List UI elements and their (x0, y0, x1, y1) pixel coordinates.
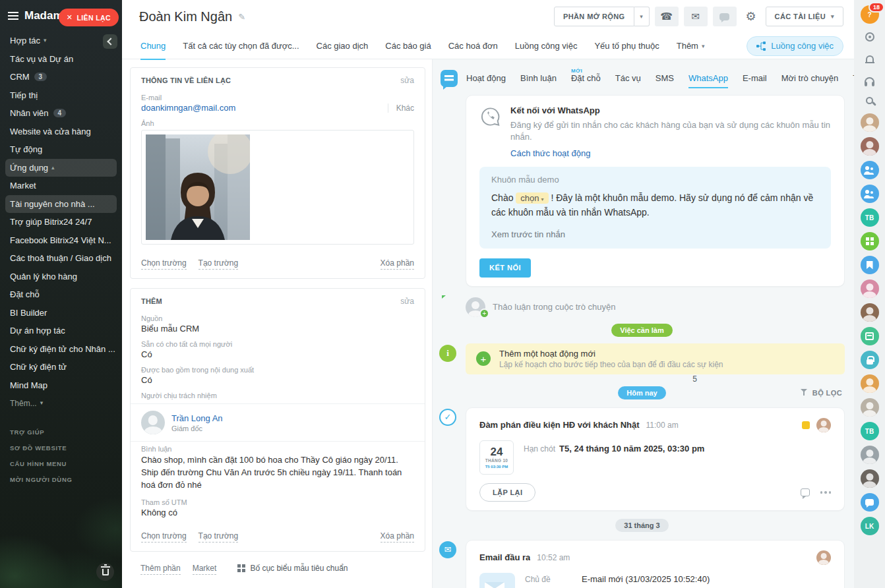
sidebar-item[interactable]: Chữ ký điện tử cho Nhân ... (5, 340, 117, 359)
sidebar-item[interactable]: Dự án hợp tác (5, 322, 117, 340)
timeline-tab[interactable]: Bình luận (520, 73, 557, 90)
comment-icon[interactable] (801, 488, 810, 496)
sidebar-item[interactable]: Tài nguyên cho nhà ... (5, 195, 117, 214)
deadline-calendar[interactable]: 24 THÁNG 10 T5 03:30 PM (479, 440, 514, 475)
updates-icon[interactable] (861, 29, 879, 45)
timeline-tab[interactable]: WhatsApp (688, 73, 728, 90)
delete-section-link[interactable]: Xóa phần (381, 530, 414, 543)
create-field-link[interactable]: Tạo trường (198, 530, 239, 543)
sidebar-footer-item[interactable]: SƠ ĐỒ WEBSITE (0, 440, 122, 456)
settings-button[interactable]: ⚙ (742, 7, 760, 26)
menu-icon[interactable] (8, 12, 18, 20)
sidebar-item[interactable]: Hợp tác (5, 32, 117, 50)
email-type-selector[interactable]: Khác (388, 103, 414, 113)
sidebar-item[interactable]: Market (5, 177, 117, 195)
documents-button[interactable]: CÁC TÀI LIỆU ▾ (766, 7, 843, 26)
market-link[interactable]: Market (193, 562, 217, 575)
sidebar-item[interactable]: Facebook Bitrix24 Việt N... (5, 231, 117, 250)
current-user-initials[interactable]: LK (861, 517, 879, 535)
sidebar-footer-item[interactable]: CẤU HÌNH MENU (0, 456, 122, 472)
chat-initials[interactable]: TB (861, 422, 879, 440)
sidebar-footer-item[interactable]: TRỢ GIÚP (0, 425, 122, 440)
record-tab[interactable]: Yếu tố phụ thuộc (594, 33, 659, 59)
connect-button[interactable]: KẾT NỐI (479, 258, 531, 278)
repeat-button[interactable]: LẶP LẠI (479, 483, 535, 502)
sidebar-item[interactable]: BI Builder (5, 304, 117, 322)
recycle-bin-button[interactable] (96, 563, 114, 581)
responsible-user-link[interactable]: Trần Long An (171, 413, 223, 423)
phone-button[interactable]: ☎ (655, 7, 679, 26)
timeline-tab[interactable]: E-mail (743, 73, 767, 90)
sidebar-item[interactable]: CRM 3 (5, 68, 117, 86)
chat-icon[interactable] (861, 493, 879, 512)
user-avatar[interactable] (861, 398, 879, 417)
sidebar-item[interactable]: Đặt chỗ (5, 285, 117, 304)
record-tab[interactable]: Chung (140, 33, 166, 59)
timeline-tab[interactable]: MỚI Đặt chỗ (571, 73, 601, 90)
record-tab[interactable]: Các giao dịch (317, 33, 369, 59)
apps-icon[interactable] (861, 232, 879, 250)
discussion-placeholder[interactable]: Thảo luận trong cuộc trò chuyện (493, 302, 615, 312)
avatar[interactable]: + (466, 297, 485, 317)
add-activity-banner[interactable]: + Thêm một hoạt động mới Lập kế hoạch ch… (466, 343, 845, 374)
email-subject-link[interactable]: E-mail mới (31/03/2025 10:52:40) (582, 574, 710, 584)
support-headset-icon[interactable] (861, 71, 879, 87)
avatar[interactable] (816, 418, 831, 432)
user-avatar[interactable] (861, 279, 879, 298)
lock-icon[interactable] (861, 351, 879, 369)
sidebar-item[interactable]: Chữ ký điện tử (5, 358, 117, 376)
today-badge[interactable]: Hôm nay (618, 386, 665, 399)
sidebar-footer-item[interactable]: MỜI NGƯỜI DÙNG (0, 472, 122, 488)
activity-title[interactable]: Đàm phán điều kiện HĐ với khách Nhật (479, 420, 640, 430)
sidebar-item[interactable]: Ứng dụng (5, 159, 117, 177)
email-card-title[interactable]: Email đầu ra (479, 552, 530, 562)
date-separator[interactable]: 31 tháng 3 (615, 519, 668, 532)
chat-button[interactable] (713, 7, 737, 26)
sidebar-item[interactable]: Tác vụ và Dự án (5, 50, 117, 69)
record-tab[interactable]: Thêm (677, 33, 705, 59)
avatar[interactable] (141, 411, 165, 434)
user-avatar[interactable] (861, 303, 879, 322)
contacts-cta-button[interactable]: ✕ LIÊN LẠC (59, 9, 119, 26)
email-link[interactable]: doankimngan@mail.com (141, 103, 235, 113)
chat-initials[interactable]: TB (861, 208, 879, 227)
user-avatar[interactable] (861, 374, 879, 393)
avatar[interactable] (816, 550, 831, 565)
user-avatar[interactable] (861, 137, 879, 156)
sidebar-item[interactable]: Trợ giúp Bitrix24 24/7 (5, 213, 117, 231)
choose-field-link[interactable]: Chọn trường (141, 257, 187, 270)
user-avatar[interactable] (861, 113, 879, 132)
choose-field-link[interactable]: Chọn trường (141, 530, 187, 543)
form-layout-link[interactable]: Bố cục biểu mẫu tiêu chuẩn (237, 564, 348, 573)
sidebar-item[interactable]: Tiếp thị (5, 86, 117, 105)
sidebar-item[interactable]: Các thoả thuận / Giao dịch (5, 249, 117, 268)
collapse-sidebar-button[interactable] (103, 34, 117, 49)
user-avatar[interactable] (861, 469, 879, 488)
user-avatar[interactable] (861, 446, 879, 464)
email-button[interactable]: ✉ (684, 7, 708, 26)
add-section-link[interactable]: Thêm phần (140, 562, 181, 575)
record-tab[interactable]: Luồng công việc (515, 33, 578, 59)
group-chat-icon[interactable] (861, 185, 879, 203)
edit-section-link[interactable]: sửa (400, 76, 414, 85)
contact-photo[interactable] (146, 134, 250, 240)
sidebar-item[interactable]: Website và cửa hàng (5, 123, 117, 141)
workflow-button[interactable]: Luồng công việc (747, 36, 843, 56)
delete-section-link[interactable]: Xóa phần (381, 257, 414, 270)
filter-button[interactable]: BỘ LỌC (801, 389, 842, 397)
timeline-tab[interactable]: Mời trò chuyện (781, 73, 839, 90)
sidebar-item[interactable]: Thêm... (5, 394, 117, 413)
search-icon[interactable] (861, 92, 879, 108)
group-chat-icon[interactable] (861, 161, 879, 179)
status-color-badge[interactable] (802, 421, 810, 429)
sidebar-item[interactable]: Tự động (5, 140, 117, 159)
record-tab[interactable]: Các báo giá (385, 33, 431, 59)
record-tab[interactable]: Tất cả các tùy chọn đã được... (183, 33, 299, 59)
extension-button[interactable]: PHẦN MỞ RỘNG (554, 7, 634, 26)
how-it-works-link[interactable]: Cách thức hoạt động (510, 148, 590, 158)
bookmark-icon[interactable] (861, 256, 879, 274)
more-menu-icon[interactable] (820, 491, 832, 494)
edit-title-icon[interactable]: ✎ (238, 12, 245, 22)
token-dropdown[interactable]: chọn▾ (516, 192, 548, 204)
record-tab[interactable]: Các hoá đơn (448, 33, 498, 59)
